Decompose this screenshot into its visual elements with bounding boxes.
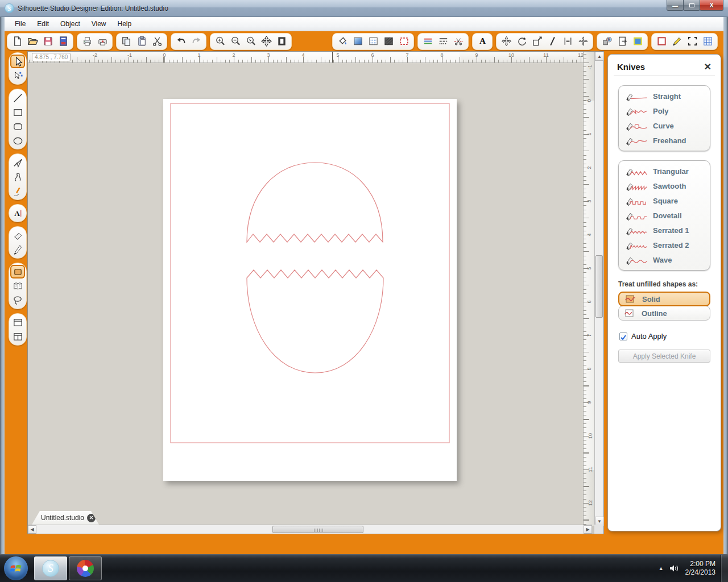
send-to-silhouette-icon[interactable]	[95, 34, 110, 49]
fill-pattern-icon[interactable]	[366, 34, 380, 49]
library-tool-icon[interactable]	[10, 279, 25, 293]
transform-icon[interactable]	[499, 34, 514, 49]
fill-gradient-icon[interactable]	[350, 34, 365, 49]
maximize-button[interactable]	[683, 0, 700, 11]
drawing-canvas[interactable]	[28, 63, 584, 526]
align-icon[interactable]	[560, 34, 575, 49]
rotate-icon[interactable]	[514, 34, 529, 49]
knife-option-square[interactable]: Square	[619, 193, 710, 208]
replicate-icon[interactable]	[576, 34, 590, 49]
apply-selected-knife-button[interactable]: Apply Selected Knife	[618, 350, 710, 363]
lasso-tool-icon[interactable]	[10, 293, 25, 307]
fill-color-icon[interactable]	[335, 34, 350, 49]
modify-icon[interactable]: M	[599, 34, 614, 49]
new-document-icon[interactable]	[10, 34, 24, 49]
knife-option-wave[interactable]: Wave	[619, 252, 710, 267]
scroll-left-icon[interactable]: ◀	[28, 525, 36, 534]
scale-icon[interactable]	[530, 34, 544, 49]
close-button[interactable]: X	[700, 0, 723, 11]
paste-icon[interactable]	[134, 34, 149, 49]
knife-option-freehand[interactable]: Freehand	[619, 133, 710, 148]
auto-apply-checkbox[interactable]	[619, 332, 627, 340]
knife-option-poly[interactable]: Poly	[619, 103, 710, 118]
menu-object[interactable]: Object	[55, 18, 86, 30]
clock[interactable]: 2:00 PM 2/24/2013	[685, 560, 718, 577]
menu-view[interactable]: View	[86, 18, 112, 30]
knife-option-sawtooth[interactable]: Sawtooth	[619, 178, 710, 193]
knife-option-serrated1[interactable]: Serrated 1	[619, 223, 710, 238]
trace-icon[interactable]	[630, 34, 645, 49]
pan-icon[interactable]	[259, 34, 274, 49]
cut-style-icon[interactable]	[451, 34, 466, 49]
copy-icon[interactable]	[119, 34, 134, 49]
page-panel-icon[interactable]	[615, 34, 630, 49]
edit-points-icon[interactable]	[10, 69, 25, 82]
show-desktop-button[interactable]	[721, 555, 728, 582]
curve-tool-icon[interactable]	[10, 170, 25, 184]
registration-marks-icon[interactable]	[654, 34, 669, 49]
text-style-icon[interactable]: A	[475, 34, 490, 49]
cut-icon[interactable]	[150, 34, 164, 49]
save-icon[interactable]	[40, 34, 55, 49]
minimize-button[interactable]: ▬	[667, 0, 684, 11]
open-file-icon[interactable]	[25, 34, 40, 49]
knife-option-dovetail[interactable]: Dovetail	[619, 208, 710, 223]
knife-option-straight[interactable]: Straight	[619, 89, 710, 103]
vertical-scrollbar[interactable]: ▲ ▼	[594, 52, 603, 526]
knife-tool-icon[interactable]	[10, 243, 25, 256]
knife-option-serrated2[interactable]: Serrated 2	[619, 238, 710, 252]
document-tab[interactable]: Untitled.studio ✕	[32, 511, 99, 525]
cut-settings-icon[interactable]	[685, 34, 700, 49]
rectangle-tool-icon[interactable]	[10, 105, 25, 119]
sketch-pens-icon[interactable]	[669, 34, 684, 49]
menu-file[interactable]: File	[9, 18, 31, 30]
scroll-up-icon[interactable]: ▲	[595, 52, 604, 61]
document-page[interactable]	[163, 99, 457, 481]
line-style-window-icon[interactable]	[396, 34, 411, 49]
ruler-label: 0	[586, 99, 592, 102]
fit-to-page-icon[interactable]	[274, 34, 289, 49]
save-to-library-icon[interactable]	[56, 34, 71, 49]
line-tool-icon[interactable]	[10, 91, 25, 105]
line-styles-icon[interactable]	[436, 34, 450, 49]
taskbar-picasa-button[interactable]	[69, 556, 102, 580]
polygon-tool-icon[interactable]	[10, 156, 25, 169]
menu-edit[interactable]: Edit	[31, 18, 55, 30]
panel-close-icon[interactable]: ✕	[704, 61, 712, 72]
line-color-icon[interactable]	[420, 34, 435, 49]
shear-icon[interactable]	[545, 34, 560, 49]
grid-settings-icon[interactable]	[700, 34, 715, 49]
menu-help[interactable]: Help	[112, 18, 138, 30]
layout-single-icon[interactable]	[10, 315, 25, 329]
text-tool-icon[interactable]: A	[10, 206, 25, 220]
freehand-tool-icon[interactable]	[10, 184, 25, 198]
horizontal-scroll-thumb[interactable]	[272, 526, 363, 533]
rounded-rectangle-tool-icon[interactable]	[10, 119, 25, 133]
shape-tool-icon[interactable]	[10, 265, 25, 278]
ellipse-tool-icon[interactable]	[10, 134, 25, 147]
outline-mode-button[interactable]: Outline	[618, 306, 710, 321]
vertical-scroll-thumb[interactable]	[595, 255, 603, 318]
print-icon[interactable]	[80, 34, 94, 49]
redo-icon[interactable]	[189, 34, 204, 49]
zoom-out-icon[interactable]	[228, 34, 243, 49]
ruler-label: 6	[586, 300, 592, 303]
tray-expand-icon[interactable]: ▲	[659, 566, 664, 571]
ruler-label: 7	[406, 52, 408, 58]
solid-mode-button[interactable]: Solid	[618, 292, 710, 306]
layout-split-icon[interactable]	[10, 330, 25, 343]
svg-text:M: M	[607, 38, 611, 41]
scroll-right-icon[interactable]: ▶	[584, 525, 592, 534]
knife-option-triangular[interactable]: Triangular	[619, 164, 710, 178]
start-button[interactable]	[4, 556, 28, 580]
shadow-icon[interactable]	[381, 34, 396, 49]
horizontal-scrollbar[interactable]: ◀ ▶	[28, 525, 592, 534]
eraser-tool-icon[interactable]	[10, 228, 25, 242]
taskbar-silhouette-button[interactable]: S	[34, 556, 67, 580]
zoom-selection-icon[interactable]	[243, 34, 258, 49]
zoom-in-icon[interactable]	[213, 34, 228, 49]
volume-icon[interactable]	[669, 564, 680, 573]
select-arrow-icon[interactable]	[10, 55, 25, 68]
knife-option-curve[interactable]: Curve	[619, 118, 710, 133]
undo-icon[interactable]	[173, 34, 188, 49]
